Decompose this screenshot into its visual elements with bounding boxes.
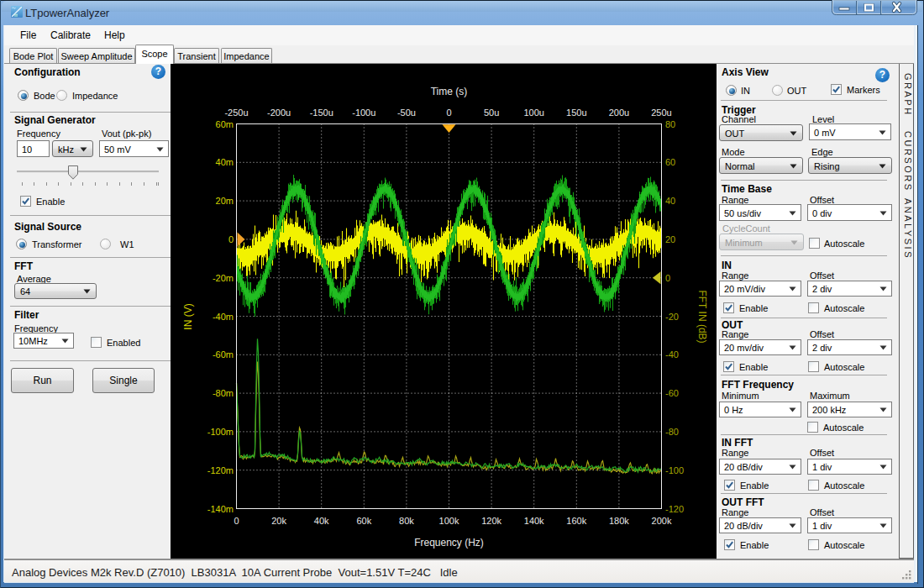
svg-text:80k: 80k — [399, 516, 414, 526]
svg-text:-140m: -140m — [207, 504, 234, 514]
svg-text:20: 20 — [665, 234, 675, 244]
svg-text:-120m: -120m — [207, 465, 234, 475]
svg-text:150u: 150u — [566, 108, 586, 118]
svg-text:FFT IN (dB): FFT IN (dB) — [696, 290, 708, 343]
svg-text:-250u: -250u — [224, 108, 248, 118]
svg-text:140k: 140k — [524, 516, 544, 526]
svg-text:120k: 120k — [481, 516, 501, 526]
svg-text:-100: -100 — [665, 465, 684, 475]
svg-text:Frequency (Hz): Frequency (Hz) — [414, 537, 484, 549]
svg-text:0: 0 — [446, 108, 451, 118]
svg-text:-200u: -200u — [267, 108, 291, 118]
svg-text:-120: -120 — [665, 504, 684, 514]
svg-text:-100u: -100u — [352, 108, 375, 118]
svg-text:-50u: -50u — [397, 108, 416, 118]
svg-text:60k: 60k — [356, 516, 371, 526]
svg-text:60m: 60m — [216, 119, 234, 129]
svg-text:20m: 20m — [216, 196, 234, 206]
svg-text:180k: 180k — [609, 516, 629, 526]
svg-text:40m: 40m — [216, 157, 234, 167]
svg-text:-100m: -100m — [207, 427, 234, 437]
svg-text:40: 40 — [665, 196, 675, 206]
svg-text:60: 60 — [665, 157, 675, 167]
svg-text:100k: 100k — [439, 516, 459, 526]
svg-text:50u: 50u — [484, 108, 499, 118]
svg-text:-150u: -150u — [310, 108, 333, 118]
svg-text:250u: 250u — [651, 108, 671, 118]
svg-text:200u: 200u — [609, 108, 629, 118]
svg-text:0: 0 — [228, 234, 234, 244]
svg-text:-60: -60 — [665, 388, 679, 398]
svg-text:-80m: -80m — [213, 388, 234, 398]
svg-text:20k: 20k — [271, 516, 286, 526]
svg-text:100u: 100u — [523, 108, 543, 118]
svg-text:Time (s): Time (s) — [431, 86, 468, 97]
svg-text:-60m: -60m — [213, 349, 234, 360]
svg-text:-20: -20 — [665, 312, 679, 322]
svg-text:-40m: -40m — [213, 312, 234, 322]
svg-text:-20m: -20m — [213, 273, 234, 283]
svg-text:40k: 40k — [314, 516, 329, 526]
svg-text:0: 0 — [234, 516, 239, 526]
svg-text:IN (V): IN (V) — [182, 303, 194, 329]
svg-text:-40: -40 — [665, 349, 679, 360]
svg-text:-80: -80 — [665, 427, 679, 437]
svg-text:0: 0 — [665, 273, 670, 283]
svg-text:80: 80 — [665, 119, 675, 129]
svg-text:160k: 160k — [566, 516, 586, 526]
svg-text:200k: 200k — [652, 516, 672, 526]
